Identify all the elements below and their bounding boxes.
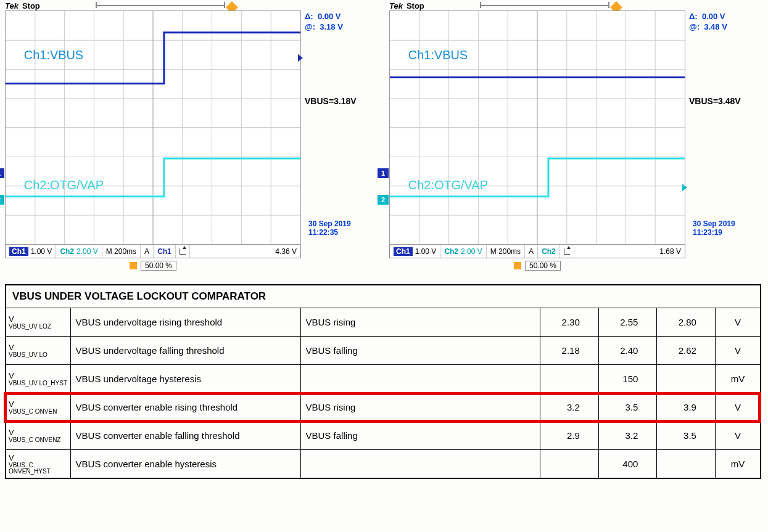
scopes-row: Tek Stop 1 2 <box>0 0 768 273</box>
delta-value: 0.00 V <box>702 12 725 21</box>
table-row: VVBUS_C ONVENZVBUS converter enable fall… <box>6 422 761 450</box>
ch1-scale-label: Ch1 <box>9 247 28 256</box>
trig-pos-value: 50.00 % <box>141 261 176 271</box>
delta-value: 0.00 V <box>318 12 341 21</box>
ch2-label: Ch2:OTG/VAP <box>24 178 104 192</box>
run-status: Stop <box>407 1 424 10</box>
table-row: VVBUS_UV LOZVBUS undervoltage rising thr… <box>6 308 761 337</box>
ch1-label: Ch1:VBUS <box>24 48 83 62</box>
trig-mode: A <box>141 245 154 258</box>
min-cell: 2.9 <box>540 422 599 450</box>
table-row: VVBUS_C ONVENVBUS converter enable risin… <box>6 393 761 422</box>
status-bar: Ch11.00 V Ch22.00 V M 200ms A Ch2 1.68 V <box>389 245 685 258</box>
typ-cell: 400 <box>598 450 657 478</box>
max-cell: 3.5 <box>657 422 716 450</box>
typ-cell: 3.5 <box>598 393 657 422</box>
scope-header: Tek Stop <box>389 1 762 10</box>
symbol-cell: VVBUS_UV LO_HYST <box>6 365 70 393</box>
typ-cell: 3.2 <box>598 422 657 450</box>
vbus-annotation: VBUS=3.48V <box>689 96 759 106</box>
unit-cell: mV <box>715 365 761 393</box>
trig-src: Ch1 <box>154 245 176 258</box>
condition-cell <box>300 365 540 393</box>
max-cell <box>657 450 716 478</box>
condition-cell: VBUS rising <box>300 393 540 422</box>
max-cell <box>657 365 716 393</box>
ch1-badge: 1 <box>378 168 389 178</box>
unit-cell: V <box>715 393 761 422</box>
min-cell: 3.2 <box>540 393 599 422</box>
description-cell: VBUS converter enable hysteresis <box>70 450 300 478</box>
symbol-cell: VVBUS_C ONVEN <box>6 393 70 422</box>
scope-right: Tek Stop 1 2 <box>389 1 762 271</box>
at-label: @: <box>689 22 700 31</box>
spec-table: VBUS UNDER VOLTAGE LOCKOUT COMPARATOR VV… <box>5 284 761 479</box>
typ-cell: 2.55 <box>598 308 657 337</box>
ch2-scale-label: Ch2 <box>60 247 74 256</box>
top-scale-bar <box>96 2 225 10</box>
max-cell: 3.9 <box>657 393 716 422</box>
ch2-badge: 2 <box>0 195 4 205</box>
capture-date: 30 Sep 2019 11:22:35 <box>308 219 375 237</box>
ch2-scale-label: Ch2 <box>444 247 458 256</box>
unit-cell: V <box>715 337 761 365</box>
trig-src: Ch2 <box>538 245 560 258</box>
typ-cell: 2.40 <box>598 337 657 365</box>
condition-cell: VBUS rising <box>300 308 540 337</box>
min-cell <box>540 365 599 393</box>
rising-edge-icon <box>180 248 186 255</box>
vbus-annotation: VBUS=3.18V <box>305 96 375 106</box>
at-value: 3.18 V <box>320 22 343 31</box>
trig-pos-row: 50.00 % <box>5 261 301 271</box>
status-bar: Ch11.00 V Ch22.00 V M 200ms A Ch1 4.36 V <box>5 245 301 258</box>
delta-label: Δ: <box>305 12 313 21</box>
scope-grid: 1 2 Ch1:VBUS <box>5 10 301 245</box>
condition-cell <box>300 450 540 478</box>
table-row: VVBUS_UV LO_HYSTVBUS undervoltage hyster… <box>6 365 761 393</box>
trig-pos-icon <box>514 262 521 269</box>
max-cell: 2.80 <box>657 308 716 337</box>
scope-svg: Ch1:VBUS Ch2:OTG/VAP <box>390 11 685 244</box>
table-row: VVBUS_C ONVEN_HYSTVBUS converter enable … <box>6 450 761 478</box>
ch1-badge: 1 <box>0 168 4 178</box>
description-cell: VBUS converter enable falling threshold <box>70 422 300 450</box>
ch2-scale-value: 2.00 V <box>76 247 98 256</box>
timebase-value: M 200ms <box>102 245 141 258</box>
scope-header: Tek Stop <box>5 1 378 10</box>
symbol-cell: VVBUS_UV LO <box>6 337 70 365</box>
scope-left: Tek Stop 1 2 <box>5 1 378 271</box>
max-cell: 2.62 <box>657 337 716 365</box>
description-cell: VBUS undervoltage hysteresis <box>70 365 300 393</box>
top-scale-bar <box>480 2 609 10</box>
at-label: @: <box>305 22 315 31</box>
timebase-value: M 200ms <box>487 245 525 258</box>
capture-date: 30 Sep 2019 11:23:19 <box>693 219 759 237</box>
trig-pos-row: 50.00 % <box>389 261 685 271</box>
description-cell: VBUS undervoltage falling threshold <box>70 337 300 365</box>
scope-svg: Ch1:VBUS Ch2:OTG/VAP <box>6 11 300 244</box>
ch1-scale-label: Ch1 <box>394 247 413 256</box>
at-value: 3.48 V <box>704 22 727 31</box>
ch1-scale-value: 1.00 V <box>31 247 52 256</box>
condition-cell: VBUS falling <box>300 337 540 365</box>
unit-cell: V <box>715 422 761 450</box>
description-cell: VBUS undervoltage rising threshold <box>70 308 300 337</box>
scope-grid: 1 2 Ch1:VBUS Ch2:OTG/VAP <box>389 10 685 245</box>
scope-side-info: Δ: 0.00 V @: 3.18 V VBUS=3.18V 30 Sep 20… <box>301 10 375 271</box>
typ-cell: 150 <box>598 365 657 393</box>
brand-label: Tek <box>389 1 403 10</box>
trig-pos-icon <box>130 262 137 269</box>
ch2-badge: 2 <box>378 195 389 205</box>
min-cell: 2.30 <box>540 308 599 337</box>
trig-level: 4.36 V <box>190 245 300 258</box>
min-cell: 2.18 <box>540 337 599 365</box>
scope-side-info: Δ: 0.00 V @: 3.48 V VBUS=3.48V 30 Sep 20… <box>685 10 759 271</box>
ch2-scale-value: 2.00 V <box>461 247 482 256</box>
rising-edge-icon <box>564 248 570 255</box>
condition-cell: VBUS falling <box>300 422 540 450</box>
ch2-label: Ch2:OTG/VAP <box>408 178 488 192</box>
ch1-label: Ch1:VBUS <box>408 48 468 62</box>
symbol-cell: VVBUS_UV LOZ <box>6 308 70 337</box>
symbol-cell: VVBUS_C ONVEN_HYST <box>6 450 70 478</box>
table-row: VVBUS_UV LOVBUS undervoltage falling thr… <box>6 337 761 365</box>
